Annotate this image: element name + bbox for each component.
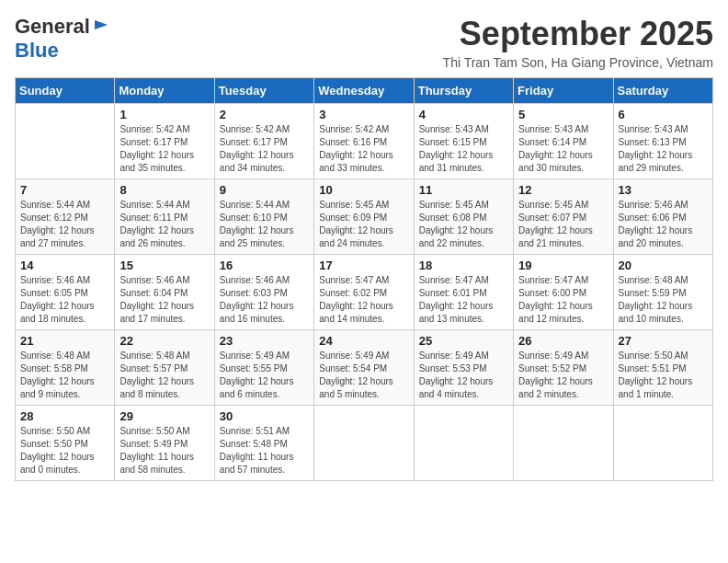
calendar-cell: 8Sunrise: 5:44 AM Sunset: 6:11 PM Daylig… [115, 179, 214, 255]
day-info: Sunrise: 5:45 AM Sunset: 6:09 PM Dayligh… [319, 199, 408, 250]
month-title: September 2025 [443, 15, 713, 53]
day-info: Sunrise: 5:47 AM Sunset: 6:01 PM Dayligh… [419, 274, 508, 326]
day-number: 21 [20, 334, 109, 348]
day-info: Sunrise: 5:45 AM Sunset: 6:07 PM Dayligh… [518, 199, 608, 250]
day-number: 10 [319, 183, 408, 197]
day-number: 3 [319, 108, 408, 121]
calendar-cell: 10Sunrise: 5:45 AM Sunset: 6:09 PM Dayli… [314, 179, 414, 255]
calendar-cell: 13Sunrise: 5:46 AM Sunset: 6:06 PM Dayli… [613, 179, 712, 255]
calendar-cell: 18Sunrise: 5:47 AM Sunset: 6:01 PM Dayli… [414, 255, 513, 330]
day-number: 23 [220, 334, 309, 348]
calendar-week-row: 14Sunrise: 5:46 AM Sunset: 6:05 PM Dayli… [16, 255, 713, 330]
calendar-cell: 15Sunrise: 5:46 AM Sunset: 6:04 PM Dayli… [115, 255, 214, 330]
day-info: Sunrise: 5:44 AM Sunset: 6:11 PM Dayligh… [119, 199, 209, 250]
day-info: Sunrise: 5:49 AM Sunset: 5:53 PM Dayligh… [419, 350, 508, 401]
day-info: Sunrise: 5:48 AM Sunset: 5:58 PM Dayligh… [20, 350, 109, 401]
day-number: 14 [20, 259, 109, 272]
day-number: 27 [619, 334, 708, 348]
day-info: Sunrise: 5:48 AM Sunset: 5:57 PM Dayligh… [119, 350, 209, 401]
page-header: General Blue September 2025 Thi Tran Tam… [15, 15, 713, 70]
day-info: Sunrise: 5:43 AM Sunset: 6:13 PM Dayligh… [619, 123, 708, 175]
day-number: 13 [619, 183, 708, 197]
day-info: Sunrise: 5:47 AM Sunset: 6:00 PM Dayligh… [518, 274, 608, 326]
day-number: 17 [319, 259, 408, 272]
weekday-header-friday: Friday [514, 78, 613, 104]
day-number: 18 [419, 259, 508, 272]
day-info: Sunrise: 5:44 AM Sunset: 6:12 PM Dayligh… [20, 199, 109, 250]
day-info: Sunrise: 5:51 AM Sunset: 5:48 PM Dayligh… [220, 425, 309, 477]
title-block: September 2025 Thi Tran Tam Son, Ha Gian… [443, 15, 713, 70]
calendar-cell: 12Sunrise: 5:45 AM Sunset: 6:07 PM Dayli… [514, 179, 613, 255]
calendar-cell: 24Sunrise: 5:49 AM Sunset: 5:54 PM Dayli… [314, 330, 414, 406]
calendar-cell: 25Sunrise: 5:49 AM Sunset: 5:53 PM Dayli… [414, 330, 513, 406]
day-number: 2 [220, 108, 309, 121]
day-info: Sunrise: 5:47 AM Sunset: 6:02 PM Dayligh… [319, 274, 408, 326]
calendar-cell: 19Sunrise: 5:47 AM Sunset: 6:00 PM Dayli… [514, 255, 613, 330]
calendar-week-row: 7Sunrise: 5:44 AM Sunset: 6:12 PM Daylig… [16, 179, 713, 255]
weekday-header-monday: Monday [115, 78, 214, 104]
day-number: 20 [619, 259, 708, 272]
calendar-cell: 16Sunrise: 5:46 AM Sunset: 6:03 PM Dayli… [214, 255, 313, 330]
day-number: 19 [518, 259, 608, 272]
day-number: 5 [518, 108, 608, 121]
logo: General Blue [15, 15, 109, 63]
day-number: 12 [518, 183, 608, 197]
calendar-cell: 11Sunrise: 5:45 AM Sunset: 6:08 PM Dayli… [414, 179, 513, 255]
calendar-cell: 4Sunrise: 5:43 AM Sunset: 6:15 PM Daylig… [414, 104, 513, 179]
calendar-cell [514, 406, 613, 481]
calendar-cell [16, 104, 115, 179]
day-info: Sunrise: 5:42 AM Sunset: 6:17 PM Dayligh… [220, 123, 309, 175]
day-number: 9 [220, 183, 309, 197]
day-number: 29 [119, 409, 209, 423]
day-info: Sunrise: 5:46 AM Sunset: 6:05 PM Dayligh… [20, 274, 109, 326]
day-number: 25 [419, 334, 508, 348]
calendar-cell: 9Sunrise: 5:44 AM Sunset: 6:10 PM Daylig… [214, 179, 313, 255]
day-info: Sunrise: 5:46 AM Sunset: 6:04 PM Dayligh… [119, 274, 209, 326]
day-info: Sunrise: 5:50 AM Sunset: 5:50 PM Dayligh… [20, 425, 109, 477]
calendar-cell: 3Sunrise: 5:42 AM Sunset: 6:16 PM Daylig… [314, 104, 414, 179]
calendar-cell: 23Sunrise: 5:49 AM Sunset: 5:55 PM Dayli… [214, 330, 313, 406]
day-number: 30 [220, 409, 309, 423]
day-info: Sunrise: 5:49 AM Sunset: 5:55 PM Dayligh… [220, 350, 309, 401]
calendar-cell: 14Sunrise: 5:46 AM Sunset: 6:05 PM Dayli… [16, 255, 115, 330]
calendar-week-row: 21Sunrise: 5:48 AM Sunset: 5:58 PM Dayli… [16, 330, 713, 406]
weekday-header-row: SundayMondayTuesdayWednesdayThursdayFrid… [16, 78, 713, 104]
day-number: 26 [518, 334, 608, 348]
day-number: 11 [419, 183, 508, 197]
day-info: Sunrise: 5:44 AM Sunset: 6:10 PM Dayligh… [220, 199, 309, 250]
weekday-header-wednesday: Wednesday [314, 78, 414, 104]
logo-text-general: General [15, 15, 90, 39]
day-number: 28 [20, 409, 109, 423]
calendar-cell: 29Sunrise: 5:50 AM Sunset: 5:49 PM Dayli… [115, 406, 214, 481]
calendar-cell: 22Sunrise: 5:48 AM Sunset: 5:57 PM Dayli… [115, 330, 214, 406]
day-number: 1 [119, 108, 209, 121]
calendar-cell: 26Sunrise: 5:49 AM Sunset: 5:52 PM Dayli… [514, 330, 613, 406]
day-info: Sunrise: 5:49 AM Sunset: 5:52 PM Dayligh… [518, 350, 608, 401]
weekday-header-saturday: Saturday [613, 78, 712, 104]
calendar-cell [314, 406, 414, 481]
calendar-cell [613, 406, 712, 481]
day-info: Sunrise: 5:42 AM Sunset: 6:16 PM Dayligh… [319, 123, 408, 175]
calendar-cell: 28Sunrise: 5:50 AM Sunset: 5:50 PM Dayli… [16, 406, 115, 481]
calendar-cell [414, 406, 513, 481]
weekday-header-sunday: Sunday [16, 78, 115, 104]
day-info: Sunrise: 5:43 AM Sunset: 6:14 PM Dayligh… [518, 123, 608, 175]
location-subtitle: Thi Tran Tam Son, Ha Giang Province, Vie… [443, 55, 713, 70]
weekday-header-thursday: Thursday [414, 78, 513, 104]
logo-text-blue: Blue [15, 39, 59, 62]
day-info: Sunrise: 5:42 AM Sunset: 6:17 PM Dayligh… [119, 123, 209, 175]
day-info: Sunrise: 5:48 AM Sunset: 5:59 PM Dayligh… [619, 274, 708, 326]
calendar-cell: 2Sunrise: 5:42 AM Sunset: 6:17 PM Daylig… [214, 104, 313, 179]
day-number: 8 [119, 183, 209, 197]
day-number: 6 [619, 108, 708, 121]
day-number: 16 [220, 259, 309, 272]
calendar-week-row: 1Sunrise: 5:42 AM Sunset: 6:17 PM Daylig… [16, 104, 713, 179]
day-number: 22 [119, 334, 209, 348]
day-info: Sunrise: 5:46 AM Sunset: 6:06 PM Dayligh… [619, 199, 708, 250]
weekday-header-tuesday: Tuesday [214, 78, 313, 104]
day-info: Sunrise: 5:46 AM Sunset: 6:03 PM Dayligh… [220, 274, 309, 326]
day-info: Sunrise: 5:45 AM Sunset: 6:08 PM Dayligh… [419, 199, 508, 250]
calendar-cell: 27Sunrise: 5:50 AM Sunset: 5:51 PM Dayli… [613, 330, 712, 406]
calendar-cell: 30Sunrise: 5:51 AM Sunset: 5:48 PM Dayli… [214, 406, 313, 481]
day-number: 4 [419, 108, 508, 121]
